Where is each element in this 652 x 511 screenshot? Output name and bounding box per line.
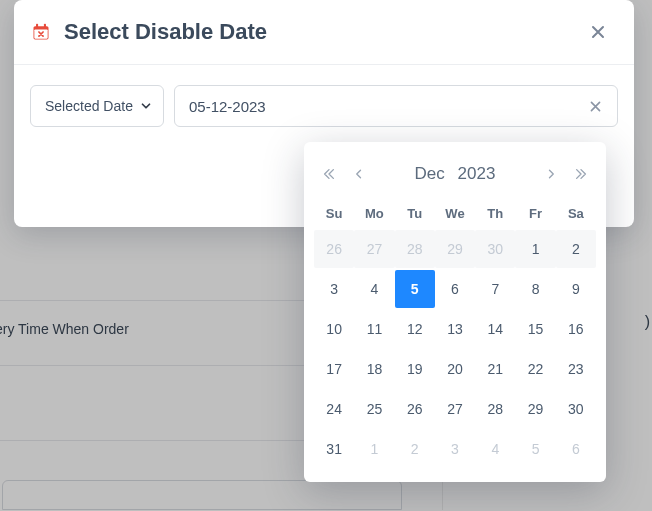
calendar-day[interactable]: 22 bbox=[515, 350, 555, 388]
modal-title: Select Disable Date bbox=[64, 19, 584, 45]
calendar-day[interactable]: 25 bbox=[354, 390, 394, 428]
calendar-day[interactable]: 12 bbox=[395, 310, 435, 348]
calendar-day[interactable]: 7 bbox=[475, 270, 515, 308]
mode-select[interactable]: Selected Date bbox=[30, 85, 164, 127]
calendar-day[interactable]: 31 bbox=[314, 430, 354, 468]
calendar-day[interactable]: 14 bbox=[475, 310, 515, 348]
month-label: Dec bbox=[415, 164, 445, 183]
calendar-day[interactable]: 10 bbox=[314, 310, 354, 348]
calendar-day[interactable]: 29 bbox=[515, 390, 555, 428]
day-of-week-header: Fr bbox=[515, 198, 555, 228]
calendar-day[interactable]: 26 bbox=[395, 390, 435, 428]
calendar-day-outside[interactable]: 26 bbox=[314, 230, 354, 268]
mode-select-label: Selected Date bbox=[45, 98, 133, 114]
calendar-day[interactable]: 17 bbox=[314, 350, 354, 388]
calendar-day[interactable]: 30 bbox=[556, 390, 596, 428]
calendar-day[interactable]: 24 bbox=[314, 390, 354, 428]
modal-header: Select Disable Date bbox=[14, 0, 634, 65]
calendar-day-outside[interactable]: 5 bbox=[515, 430, 555, 468]
calendar-day[interactable]: 23 bbox=[556, 350, 596, 388]
calendar-day[interactable]: 19 bbox=[395, 350, 435, 388]
calendar-day[interactable]: 15 bbox=[515, 310, 555, 348]
day-of-week-header: Th bbox=[475, 198, 515, 228]
calendar-day[interactable]: 4 bbox=[354, 270, 394, 308]
calendar-day[interactable]: 21 bbox=[475, 350, 515, 388]
next-month-button[interactable] bbox=[536, 159, 566, 189]
date-input[interactable]: 05-12-2023 bbox=[174, 85, 618, 127]
prev-year-button[interactable] bbox=[314, 159, 344, 189]
calendar-day-outside[interactable]: 1 bbox=[354, 430, 394, 468]
year-label: 2023 bbox=[458, 164, 496, 183]
calendar-day[interactable]: 3 bbox=[314, 270, 354, 308]
month-year-label[interactable]: Dec 2023 bbox=[374, 164, 536, 184]
calendar-day[interactable]: 9 bbox=[556, 270, 596, 308]
day-of-week-header: Su bbox=[314, 198, 354, 228]
date-picker-popover: Dec 2023 SuMoTuWeThFrSa26272829301234567… bbox=[304, 142, 606, 482]
calendar-day-outside[interactable]: 27 bbox=[354, 230, 394, 268]
clear-date-button[interactable] bbox=[583, 94, 607, 118]
day-of-week-header: Mo bbox=[354, 198, 394, 228]
day-of-week-header: We bbox=[435, 198, 475, 228]
calendar-day-outside[interactable]: 2 bbox=[395, 430, 435, 468]
calendar-day[interactable]: 2 bbox=[556, 230, 596, 268]
calendar-day[interactable]: 20 bbox=[435, 350, 475, 388]
calendar-day-selected[interactable]: 5 bbox=[395, 270, 435, 308]
calendar-day-outside[interactable]: 29 bbox=[435, 230, 475, 268]
date-input-value: 05-12-2023 bbox=[189, 98, 583, 115]
calendar-day[interactable]: 6 bbox=[435, 270, 475, 308]
svg-rect-2 bbox=[44, 24, 46, 28]
calendar-nav: Dec 2023 bbox=[314, 154, 596, 194]
calendar-day[interactable]: 18 bbox=[354, 350, 394, 388]
day-of-week-header: Tu bbox=[395, 198, 435, 228]
calendar-day-outside[interactable]: 30 bbox=[475, 230, 515, 268]
calendar-day-outside[interactable]: 4 bbox=[475, 430, 515, 468]
next-year-button[interactable] bbox=[566, 159, 596, 189]
calendar-day[interactable]: 27 bbox=[435, 390, 475, 428]
modal-close-button[interactable] bbox=[584, 18, 612, 46]
svg-rect-1 bbox=[36, 24, 38, 28]
calendar-day[interactable]: 28 bbox=[475, 390, 515, 428]
calendar-day-outside[interactable]: 3 bbox=[435, 430, 475, 468]
calendar-grid: SuMoTuWeThFrSa26272829301234567891011121… bbox=[314, 198, 596, 468]
calendar-day[interactable]: 1 bbox=[515, 230, 555, 268]
calendar-day[interactable]: 8 bbox=[515, 270, 555, 308]
calendar-x-icon bbox=[30, 21, 52, 43]
day-of-week-header: Sa bbox=[556, 198, 596, 228]
chevron-down-icon bbox=[139, 99, 153, 113]
calendar-day-outside[interactable]: 28 bbox=[395, 230, 435, 268]
prev-month-button[interactable] bbox=[344, 159, 374, 189]
calendar-day-outside[interactable]: 6 bbox=[556, 430, 596, 468]
calendar-day[interactable]: 16 bbox=[556, 310, 596, 348]
calendar-day[interactable]: 13 bbox=[435, 310, 475, 348]
calendar-day[interactable]: 11 bbox=[354, 310, 394, 348]
